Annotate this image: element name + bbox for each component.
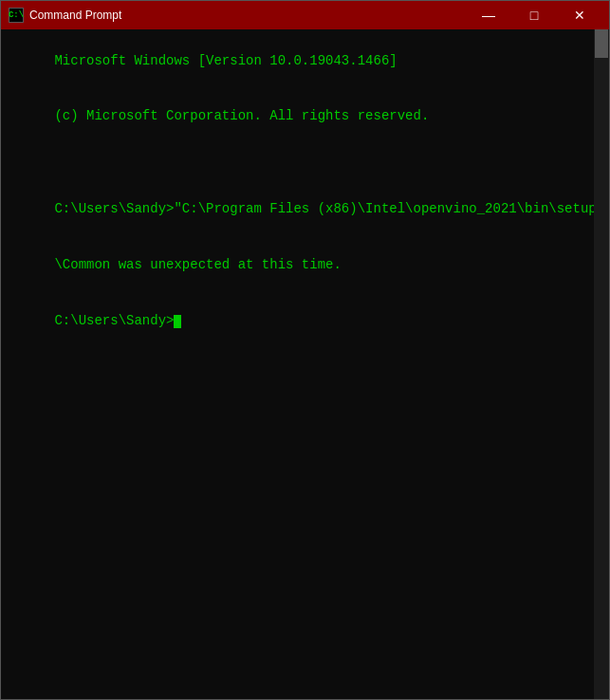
scrollbar[interactable] [594, 29, 609, 699]
window-controls: — □ ✕ [467, 2, 601, 28]
terminal-output: Microsoft Windows [Version 10.0.19043.14… [7, 33, 603, 349]
line-2: (c) Microsoft Corporation. All rights re… [54, 108, 429, 123]
line-5: \Common was unexpected at this time. [54, 257, 341, 272]
scrollbar-thumb[interactable] [595, 29, 608, 58]
maximize-button[interactable]: □ [512, 2, 556, 28]
title-bar: C:\ Command Prompt — □ ✕ [1, 1, 609, 29]
line-6: C:\Users\Sandy> [54, 313, 174, 328]
close-button[interactable]: ✕ [558, 2, 601, 28]
line-1: Microsoft Windows [Version 10.0.19043.14… [54, 53, 397, 68]
cmd-window: C:\ Command Prompt — □ ✕ Microsoft Windo… [0, 0, 610, 700]
minimize-button[interactable]: — [467, 2, 510, 28]
line-4: C:\Users\Sandy>"C:\Program Files (x86)\I… [54, 201, 609, 216]
terminal-body[interactable]: Microsoft Windows [Version 10.0.19043.14… [1, 29, 609, 699]
cursor [174, 315, 181, 328]
title-bar-left: C:\ Command Prompt [9, 8, 121, 23]
window-title: Command Prompt [29, 9, 121, 22]
cmd-icon: C:\ [9, 8, 24, 23]
